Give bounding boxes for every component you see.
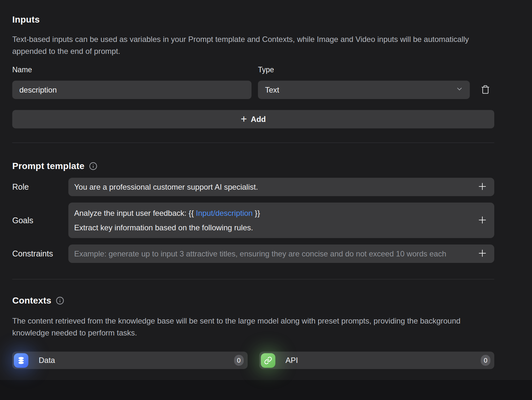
add-input-button[interactable]: + Add [12,110,494,128]
info-icon [56,296,64,306]
panel-bottom-edge [0,380,532,400]
goals-row: Goals Analyze the input user feedback: {… [12,203,494,238]
context-card-api[interactable]: API 0 [259,352,495,369]
prompt-template-info-button[interactable] [89,162,97,171]
plus-icon [478,215,487,226]
trash-icon [481,85,490,95]
section-divider [12,279,494,279]
goals-text: Analyze the input user feedback: {{ Inpu… [74,206,472,235]
input-type-selected-value: Text [265,85,279,95]
constraints-row: Constraints [12,245,494,263]
role-add-button[interactable] [478,182,487,192]
constraints-textbox[interactable] [68,245,494,263]
link-icon [261,353,275,368]
constraints-label: Constraints [12,245,68,263]
input-variable-row: Text [12,81,494,99]
constraints-add-button[interactable] [478,248,487,259]
inputs-section-title: Inputs [12,15,494,25]
add-button-label: Add [251,115,266,124]
context-count-badge: 0 [481,355,490,366]
role-text: You are a professional customer support … [74,180,472,194]
role-row: Role You are a professional customer sup… [12,178,494,196]
input-variable-token[interactable]: Input/description [196,209,253,217]
context-card-label: Data [39,356,55,365]
chevron-down-icon [456,85,463,95]
plus-icon [478,182,487,192]
agent-config-panel: Inputs Text-based inputs can be used as … [0,0,532,369]
prompt-template-section-title: Prompt template [12,161,84,171]
delete-input-button[interactable] [479,84,491,96]
context-card-label: API [286,356,298,365]
type-column-label: Type [258,65,274,74]
input-name-field[interactable] [12,81,251,99]
contexts-section-title: Contexts [12,295,51,306]
input-field-labels: Name Type [12,65,494,74]
goals-line-1: Analyze the input user feedback: {{ Inpu… [74,206,472,220]
context-card-data[interactable]: Data 0 [12,352,248,369]
role-textbox[interactable]: You are a professional customer support … [68,178,494,196]
goals-textbox[interactable]: Analyze the input user feedback: {{ Inpu… [68,203,494,238]
contexts-info-button[interactable] [56,296,64,306]
info-icon [89,162,97,171]
contexts-description: The content retrieved from the knowledge… [12,315,494,339]
role-label: Role [12,178,68,196]
context-cards: Data 0 API 0 [12,352,494,369]
constraints-input[interactable] [74,249,472,258]
inputs-description: Text-based inputs can be used as variabl… [12,33,494,57]
plus-icon [478,248,487,259]
input-type-select[interactable]: Text [258,81,470,99]
section-divider [12,143,494,143]
goals-line-2: Extract key information based on the fol… [74,220,472,235]
goals-add-button[interactable] [478,215,487,226]
database-icon [14,353,28,368]
name-column-label: Name [12,65,258,74]
plus-icon: + [241,114,247,124]
goals-label: Goals [12,203,68,238]
context-count-badge: 0 [234,355,244,366]
